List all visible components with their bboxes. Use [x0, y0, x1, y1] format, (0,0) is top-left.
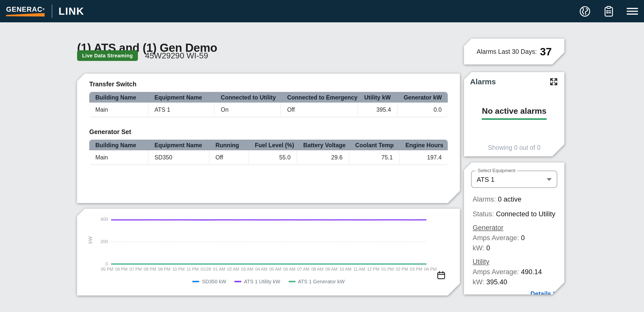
site-id: 45W29290 WI-59: [145, 51, 208, 60]
legend-item[interactable]: ATS 1 Generator kW: [288, 279, 345, 284]
legend-label: ATS 1 Utility kW: [244, 279, 280, 284]
x-tick-label: 04 AM: [255, 267, 267, 272]
x-tick-label: 02 PM: [396, 267, 408, 272]
column-header: Building Name: [89, 140, 148, 150]
nav-icons: [579, 5, 638, 17]
cell-engine-hours: 197.4: [399, 150, 448, 165]
cell-connected-to-emergency: Off: [281, 103, 358, 117]
registered-mark: ®: [42, 7, 45, 10]
brand-divider: [52, 5, 52, 18]
x-tick-label: 10 PM: [172, 267, 185, 272]
column-header: Connected to Utility: [215, 92, 281, 103]
x-tick-label: 03 AM: [241, 267, 253, 272]
calendar-icon[interactable]: [437, 271, 446, 280]
legend-dash-icon: [192, 281, 200, 283]
transfer-switch-title: Transfer Switch: [89, 81, 448, 88]
cell-building-name: Main: [89, 103, 148, 117]
stat-value: 37: [540, 45, 552, 58]
chart-xlabels: 05 PM06 PM07 PM08 PM09 PM10 PM11 PM01/28…: [101, 267, 437, 272]
cell-running: Off: [209, 150, 249, 165]
cell-equipment-name: SD350: [148, 150, 209, 165]
x-tick-label: 11 AM: [353, 267, 365, 272]
table-row[interactable]: Main SD350 Off 55.0 29.6 75.1 197.4: [89, 150, 448, 165]
legend-dash-icon: [234, 281, 241, 283]
generator-section-heading: Generator: [473, 223, 557, 233]
column-header: Fuel Level (%): [249, 140, 297, 150]
column-header: Running: [209, 140, 249, 150]
generator-amps-line: Amps Average:0: [473, 233, 557, 243]
cell-connected-to-utility: On: [215, 103, 281, 117]
alarms-card-title: Alarms: [470, 77, 558, 86]
x-tick-label: 05 AM: [269, 267, 281, 272]
chart-area: kW 05 PM06 PM07 PM08 PM09 PM10 PM11 PM01…: [77, 209, 460, 295]
generac-logo: GENERAC®: [6, 6, 45, 17]
no-active-alarms-message: No active alarms: [482, 107, 546, 120]
cell-coolant-temp: 75.1: [349, 150, 399, 165]
connection-status-line: Status:Connected to Utility: [473, 209, 557, 219]
column-header: Equipment Name: [148, 92, 215, 103]
column-header: Connected to Emergency: [281, 92, 358, 103]
clipboard-icon[interactable]: [602, 5, 615, 17]
expand-icon[interactable]: [549, 77, 558, 86]
chart-plot: [112, 219, 426, 266]
cell-generator-kw: 0.0: [398, 103, 448, 117]
x-tick-label: 08 PM: [144, 267, 156, 272]
x-tick-label: 01/28: [201, 267, 211, 272]
generac-swoosh: [6, 13, 45, 17]
select-equipment-dropdown[interactable]: Select Equipment ATS 1: [471, 171, 557, 188]
table-header-row: Building Name Equipment Name Running Fue…: [89, 140, 448, 150]
alarms-card: Alarms No active alarms Showing 0 out of…: [464, 72, 564, 156]
x-tick-label: 06 AM: [283, 267, 295, 272]
x-tick-label: 09 AM: [325, 267, 337, 272]
legend-label: SD350 kW: [202, 279, 226, 284]
legend-item[interactable]: ATS 1 Utility kW: [234, 279, 280, 284]
legend-item[interactable]: SD350 kW: [192, 279, 226, 284]
details-link[interactable]: Details: [530, 290, 557, 298]
x-tick-label: 09 PM: [158, 267, 170, 272]
legend-dash-icon: [288, 281, 295, 283]
x-tick-label: 06 PM: [115, 267, 128, 272]
cell-utility-kw: 395.4: [358, 103, 398, 117]
page-body: (1) ATS and (1) Gen Demo Live Data Strea…: [0, 22, 644, 312]
equipment-tables-card: Transfer Switch Building Name Equipment …: [77, 74, 460, 203]
generac-logo-text: GENERAC®: [6, 6, 45, 12]
generator-kw-line: kW:0: [473, 243, 557, 253]
y-tick-label: 200: [88, 239, 108, 244]
x-tick-label: 12 PM: [367, 267, 380, 272]
equipment-detail-card: Select Equipment ATS 1 Alarms:0 active S…: [464, 162, 564, 294]
table-header-row: Building Name Equipment Name Connected t…: [89, 92, 448, 103]
column-header: Equipment Name: [148, 140, 209, 150]
x-tick-label: 08 AM: [311, 267, 324, 272]
x-tick-label: 07 AM: [297, 267, 309, 272]
x-tick-label: 07 PM: [130, 267, 142, 272]
column-header: Utility kW: [358, 92, 398, 103]
table-row[interactable]: Main ATS 1 On Off 395.4 0.0: [89, 103, 448, 117]
generator-set-table: Building Name Equipment Name Running Fue…: [89, 140, 448, 165]
y-tick-label: 400: [88, 217, 108, 222]
link-product-name: LINK: [59, 5, 84, 17]
x-tick-label: 04 PM: [424, 267, 437, 272]
chevron-right-icon: [553, 291, 557, 297]
x-tick-label: 01 AM: [213, 267, 225, 272]
cell-building-name: Main: [89, 150, 148, 165]
x-tick-label: 05 PM: [101, 267, 113, 272]
chart-legend: SD350 kWATS 1 Utility kWATS 1 Generator …: [77, 279, 460, 284]
column-header: Generator kW: [398, 92, 448, 103]
subtitle-row: Live Data Streaming 45W29290 WI-59: [77, 50, 208, 61]
x-tick-label: 03 PM: [410, 267, 422, 272]
globe-icon[interactable]: [579, 5, 591, 17]
menu-icon[interactable]: [626, 5, 638, 17]
transfer-switch-table: Building Name Equipment Name Connected t…: [89, 92, 448, 117]
column-header: Building Name: [89, 92, 148, 103]
power-chart-card: kW 05 PM06 PM07 PM08 PM09 PM10 PM11 PM01…: [77, 209, 460, 295]
alarms-footer-count: Showing 0 out of 0: [464, 144, 564, 151]
column-header: Battery Voltage: [297, 140, 349, 150]
utility-kw-line: kW:395.40: [473, 277, 557, 287]
app-viewport: GENERAC® LINK: [0, 0, 644, 312]
top-nav-bar: GENERAC® LINK: [0, 0, 644, 22]
select-equipment-label: Select Equipment: [476, 168, 517, 173]
select-equipment-value: ATS 1: [477, 175, 494, 183]
column-header: Coolant Temp: [349, 140, 399, 150]
utility-amps-line: Amps Average:490.14: [473, 267, 557, 277]
alarms-last-30-days-card: Alarms Last 30 Days: 37: [464, 39, 564, 64]
